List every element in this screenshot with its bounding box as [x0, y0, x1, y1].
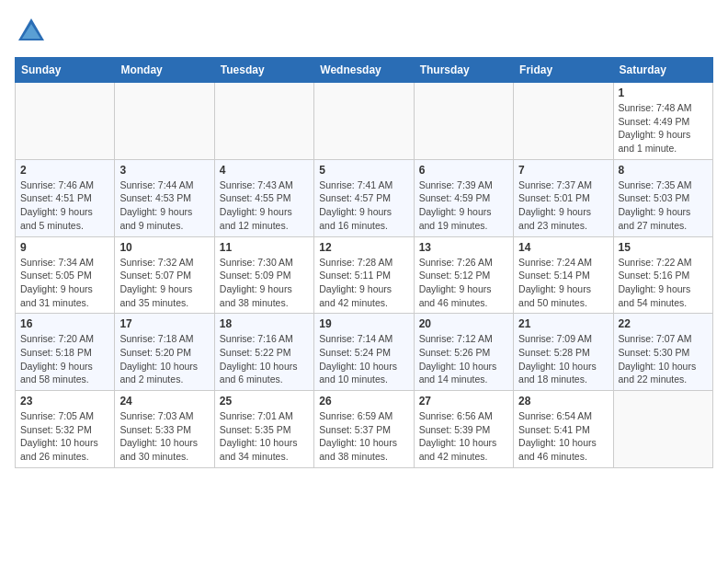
- day-number: 27: [419, 395, 508, 408]
- day-number: 5: [319, 164, 408, 177]
- day-number: 26: [319, 395, 408, 408]
- calendar-cell: 22Sunrise: 7:07 AM Sunset: 5:30 PM Dayli…: [613, 314, 712, 391]
- day-info: Sunrise: 7:22 AM Sunset: 5:16 PM Dayligh…: [619, 256, 708, 310]
- day-info: Sunrise: 7:18 AM Sunset: 5:20 PM Dayligh…: [119, 332, 209, 386]
- calendar-cell: 17Sunrise: 7:18 AM Sunset: 5:20 PM Dayli…: [115, 314, 214, 391]
- calendar-cell: 1Sunrise: 7:48 AM Sunset: 4:49 PM Daylig…: [613, 83, 712, 160]
- calendar-cell: 28Sunrise: 6:54 AM Sunset: 5:41 PM Dayli…: [514, 391, 613, 468]
- calendar-cell: 16Sunrise: 7:20 AM Sunset: 5:18 PM Dayli…: [16, 314, 115, 391]
- day-info: Sunrise: 7:01 AM Sunset: 5:35 PM Dayligh…: [220, 409, 309, 464]
- calendar-cell: 26Sunrise: 6:59 AM Sunset: 5:37 PM Dayli…: [314, 391, 414, 468]
- calendar-cell: 13Sunrise: 7:26 AM Sunset: 5:12 PM Dayli…: [414, 236, 513, 314]
- day-number: 11: [220, 241, 309, 254]
- day-number: 1: [619, 86, 708, 99]
- day-number: 16: [20, 317, 109, 330]
- day-number: 23: [20, 395, 109, 408]
- calendar-cell: 15Sunrise: 7:22 AM Sunset: 5:16 PM Dayli…: [613, 236, 712, 314]
- day-info: Sunrise: 7:03 AM Sunset: 5:33 PM Dayligh…: [119, 409, 209, 464]
- day-info: Sunrise: 7:46 AM Sunset: 4:51 PM Dayligh…: [20, 178, 109, 233]
- calendar-cell: 11Sunrise: 7:30 AM Sunset: 5:09 PM Dayli…: [214, 236, 313, 314]
- calendar-cell: [514, 83, 613, 160]
- logo: [15, 15, 53, 48]
- calendar-cell: 24Sunrise: 7:03 AM Sunset: 5:33 PM Dayli…: [115, 391, 214, 468]
- day-info: Sunrise: 7:12 AM Sunset: 5:26 PM Dayligh…: [419, 332, 508, 386]
- day-number: 28: [518, 395, 608, 408]
- calendar-cell: [16, 83, 115, 160]
- day-number: 4: [220, 164, 309, 177]
- day-info: Sunrise: 7:05 AM Sunset: 5:32 PM Dayligh…: [20, 409, 109, 464]
- day-number: 10: [119, 241, 209, 254]
- day-info: Sunrise: 7:44 AM Sunset: 4:53 PM Dayligh…: [119, 178, 209, 233]
- day-info: Sunrise: 7:32 AM Sunset: 5:07 PM Dayligh…: [119, 256, 209, 310]
- day-info: Sunrise: 7:14 AM Sunset: 5:24 PM Dayligh…: [319, 332, 408, 386]
- day-info: Sunrise: 6:54 AM Sunset: 5:41 PM Dayligh…: [518, 409, 608, 464]
- day-info: Sunrise: 7:26 AM Sunset: 5:12 PM Dayligh…: [419, 256, 508, 310]
- day-number: 15: [619, 241, 708, 254]
- col-header-friday: Friday: [514, 58, 613, 83]
- day-info: Sunrise: 7:28 AM Sunset: 5:11 PM Dayligh…: [319, 256, 408, 310]
- col-header-tuesday: Tuesday: [214, 58, 313, 83]
- calendar-cell: 6Sunrise: 7:39 AM Sunset: 4:59 PM Daylig…: [414, 159, 513, 236]
- day-info: Sunrise: 7:34 AM Sunset: 5:05 PM Dayligh…: [20, 256, 109, 310]
- calendar-cell: 3Sunrise: 7:44 AM Sunset: 4:53 PM Daylig…: [115, 159, 214, 236]
- day-info: Sunrise: 7:09 AM Sunset: 5:28 PM Dayligh…: [518, 332, 608, 386]
- day-info: Sunrise: 7:41 AM Sunset: 4:57 PM Dayligh…: [319, 178, 408, 233]
- col-header-sunday: Sunday: [16, 58, 115, 83]
- calendar-cell: 18Sunrise: 7:16 AM Sunset: 5:22 PM Dayli…: [214, 314, 313, 391]
- day-number: 8: [619, 164, 708, 177]
- day-number: 24: [119, 395, 209, 408]
- calendar-cell: 19Sunrise: 7:14 AM Sunset: 5:24 PM Dayli…: [314, 314, 414, 391]
- calendar-cell: 12Sunrise: 7:28 AM Sunset: 5:11 PM Dayli…: [314, 236, 414, 314]
- day-number: 9: [20, 241, 109, 254]
- calendar-cell: 2Sunrise: 7:46 AM Sunset: 4:51 PM Daylig…: [16, 159, 115, 236]
- day-info: Sunrise: 7:07 AM Sunset: 5:30 PM Dayligh…: [619, 332, 708, 386]
- day-info: Sunrise: 7:16 AM Sunset: 5:22 PM Dayligh…: [220, 332, 309, 386]
- calendar-cell: 7Sunrise: 7:37 AM Sunset: 5:01 PM Daylig…: [514, 159, 613, 236]
- calendar-cell: 5Sunrise: 7:41 AM Sunset: 4:57 PM Daylig…: [314, 159, 414, 236]
- calendar-cell: 9Sunrise: 7:34 AM Sunset: 5:05 PM Daylig…: [16, 236, 115, 314]
- day-number: 6: [419, 164, 508, 177]
- day-number: 25: [220, 395, 309, 408]
- day-number: 12: [319, 241, 408, 254]
- col-header-monday: Monday: [115, 58, 214, 83]
- calendar: SundayMondayTuesdayWednesdayThursdayFrid…: [15, 57, 713, 468]
- day-info: Sunrise: 7:43 AM Sunset: 4:55 PM Dayligh…: [220, 178, 309, 233]
- day-info: Sunrise: 7:39 AM Sunset: 4:59 PM Dayligh…: [419, 178, 508, 233]
- day-number: 18: [220, 317, 309, 330]
- day-info: Sunrise: 7:48 AM Sunset: 4:49 PM Dayligh…: [619, 101, 708, 155]
- col-header-wednesday: Wednesday: [314, 58, 414, 83]
- calendar-cell: 27Sunrise: 6:56 AM Sunset: 5:39 PM Dayli…: [414, 391, 513, 468]
- day-number: 2: [20, 164, 109, 177]
- logo-icon: [15, 15, 48, 48]
- day-number: 7: [518, 164, 608, 177]
- calendar-cell: 20Sunrise: 7:12 AM Sunset: 5:26 PM Dayli…: [414, 314, 513, 391]
- day-number: 3: [119, 164, 209, 177]
- calendar-cell: [115, 83, 214, 160]
- col-header-saturday: Saturday: [613, 58, 712, 83]
- day-number: 19: [319, 317, 408, 330]
- day-info: Sunrise: 6:59 AM Sunset: 5:37 PM Dayligh…: [319, 409, 408, 464]
- calendar-cell: 23Sunrise: 7:05 AM Sunset: 5:32 PM Dayli…: [16, 391, 115, 468]
- day-info: Sunrise: 7:37 AM Sunset: 5:01 PM Dayligh…: [518, 178, 608, 233]
- calendar-cell: [314, 83, 414, 160]
- calendar-cell: [613, 391, 712, 468]
- calendar-cell: [414, 83, 513, 160]
- calendar-cell: 8Sunrise: 7:35 AM Sunset: 5:03 PM Daylig…: [613, 159, 712, 236]
- calendar-cell: 14Sunrise: 7:24 AM Sunset: 5:14 PM Dayli…: [514, 236, 613, 314]
- day-number: 20: [419, 317, 508, 330]
- day-info: Sunrise: 7:20 AM Sunset: 5:18 PM Dayligh…: [20, 332, 109, 386]
- day-number: 13: [419, 241, 508, 254]
- day-number: 17: [119, 317, 209, 330]
- day-info: Sunrise: 7:24 AM Sunset: 5:14 PM Dayligh…: [518, 256, 608, 310]
- col-header-thursday: Thursday: [414, 58, 513, 83]
- calendar-cell: 21Sunrise: 7:09 AM Sunset: 5:28 PM Dayli…: [514, 314, 613, 391]
- day-info: Sunrise: 7:30 AM Sunset: 5:09 PM Dayligh…: [220, 256, 309, 310]
- calendar-cell: [214, 83, 313, 160]
- day-number: 22: [619, 317, 708, 330]
- day-info: Sunrise: 6:56 AM Sunset: 5:39 PM Dayligh…: [419, 409, 508, 464]
- day-number: 21: [518, 317, 608, 330]
- calendar-cell: 25Sunrise: 7:01 AM Sunset: 5:35 PM Dayli…: [214, 391, 313, 468]
- day-number: 14: [518, 241, 608, 254]
- calendar-cell: 10Sunrise: 7:32 AM Sunset: 5:07 PM Dayli…: [115, 236, 214, 314]
- calendar-cell: 4Sunrise: 7:43 AM Sunset: 4:55 PM Daylig…: [214, 159, 313, 236]
